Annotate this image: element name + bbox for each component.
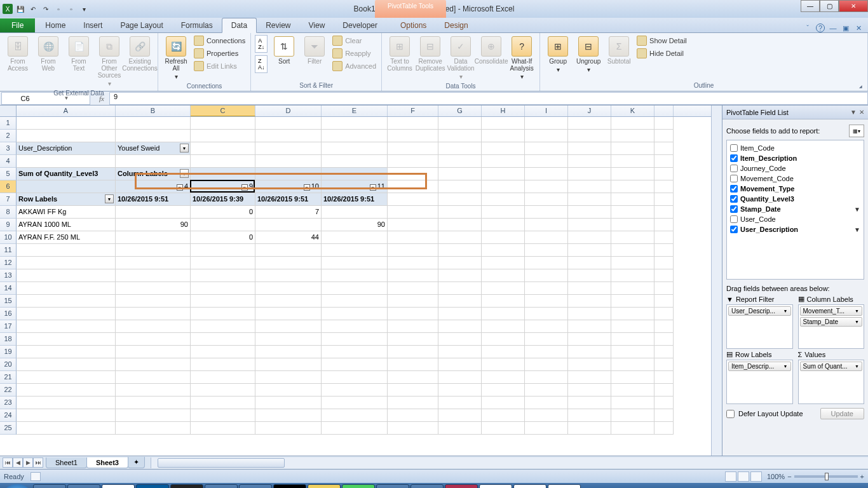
- cell[interactable]: [17, 180, 116, 193]
- connections-button[interactable]: Connections: [193, 35, 247, 46]
- zoom-out-icon[interactable]: −: [787, 473, 791, 480]
- cell[interactable]: [255, 117, 322, 130]
- row-header[interactable]: 10: [0, 231, 17, 244]
- cell[interactable]: [654, 371, 674, 384]
- cell[interactable]: [322, 231, 388, 244]
- cell[interactable]: [611, 384, 654, 396]
- cell[interactable]: [654, 142, 674, 155]
- pivot-dropdown-icon[interactable]: ▼: [180, 169, 189, 178]
- cell[interactable]: [255, 130, 322, 142]
- cell[interactable]: [654, 409, 674, 422]
- cell[interactable]: [388, 346, 438, 358]
- cell[interactable]: 90: [116, 219, 191, 231]
- formulas-tab[interactable]: Formulas: [172, 18, 222, 32]
- cell[interactable]: [116, 422, 191, 435]
- field-checkbox[interactable]: [730, 226, 738, 233]
- field-checkbox[interactable]: [730, 205, 738, 213]
- qat-icon-2[interactable]: ▫: [66, 4, 76, 14]
- cell[interactable]: [611, 308, 654, 320]
- cell[interactable]: [438, 295, 482, 308]
- field-item[interactable]: User_Code: [729, 214, 861, 224]
- cell[interactable]: [17, 257, 116, 269]
- cell[interactable]: [322, 117, 388, 130]
- cell[interactable]: [482, 320, 525, 333]
- cell[interactable]: [116, 257, 191, 269]
- cell[interactable]: Yousef Sweid▼: [116, 142, 191, 155]
- cell[interactable]: [17, 358, 116, 371]
- task-item[interactable]: ◐: [170, 484, 203, 488]
- cell[interactable]: [482, 180, 525, 193]
- task-item[interactable]: 📧: [205, 484, 238, 488]
- cell[interactable]: [654, 193, 674, 206]
- developer-tab[interactable]: Developer: [334, 18, 386, 32]
- cell[interactable]: [438, 180, 482, 193]
- workbook-restore-icon[interactable]: ▣: [841, 24, 850, 32]
- cell[interactable]: [654, 168, 674, 180]
- cell[interactable]: [611, 219, 654, 231]
- file-tab[interactable]: File: [0, 18, 35, 32]
- what-if-button[interactable]: ?What-If Analysis▾: [508, 35, 536, 81]
- pivot-pane-close-icon[interactable]: ✕: [859, 109, 864, 116]
- row-header[interactable]: 24: [0, 409, 17, 422]
- prev-sheet-icon[interactable]: ◀: [13, 458, 23, 468]
- clear-button[interactable]: Clear: [331, 35, 377, 46]
- cell[interactable]: [388, 257, 438, 269]
- area-field-chip[interactable]: User_Descrip...▼: [728, 306, 791, 316]
- cell[interactable]: [438, 358, 482, 371]
- cell[interactable]: −9: [191, 180, 255, 193]
- cell[interactable]: [611, 257, 654, 269]
- qat-icon-1[interactable]: ▫: [53, 4, 64, 14]
- cell[interactable]: [611, 358, 654, 371]
- options-tab[interactable]: Options: [391, 18, 435, 32]
- cell[interactable]: [611, 142, 654, 155]
- cell[interactable]: [568, 320, 611, 333]
- close-button[interactable]: ✕: [839, 0, 868, 12]
- cell[interactable]: [525, 358, 568, 371]
- row-header[interactable]: 3: [0, 142, 17, 155]
- field-list[interactable]: Item_CodeItem_DescriptionJourney_CodeMov…: [726, 140, 864, 280]
- cell[interactable]: [611, 168, 654, 180]
- cell[interactable]: 44: [255, 231, 322, 244]
- area-field-chip[interactable]: Movement_T...▼: [800, 306, 863, 316]
- cell[interactable]: [438, 282, 482, 295]
- cell[interactable]: [568, 384, 611, 396]
- cell[interactable]: AKKAWI FF Kg: [17, 206, 116, 219]
- properties-button[interactable]: Properties: [193, 48, 247, 59]
- cell[interactable]: 10/26/2015 9:51: [255, 193, 322, 206]
- row-header[interactable]: 20: [0, 358, 17, 371]
- cell[interactable]: [255, 358, 322, 371]
- cell[interactable]: [191, 142, 255, 155]
- column-labels-area[interactable]: Movement_T...▼Stamp_Date▼: [798, 304, 865, 349]
- cell[interactable]: [388, 308, 438, 320]
- task-item[interactable]: 📊: [548, 484, 581, 488]
- page-layout-view-icon[interactable]: [738, 471, 749, 482]
- cell[interactable]: [116, 282, 191, 295]
- cell[interactable]: [525, 295, 568, 308]
- cell[interactable]: [191, 257, 255, 269]
- cell[interactable]: [611, 422, 654, 435]
- cell[interactable]: [568, 358, 611, 371]
- cell[interactable]: [191, 358, 255, 371]
- select-all-corner[interactable]: [0, 105, 17, 116]
- cell[interactable]: [255, 257, 322, 269]
- edit-links-button[interactable]: Edit Links: [193, 60, 247, 72]
- save-icon[interactable]: 💾: [15, 4, 25, 14]
- cell[interactable]: [482, 333, 525, 346]
- cell[interactable]: [611, 117, 654, 130]
- field-item[interactable]: User_Description▼: [729, 224, 861, 234]
- cell[interactable]: [568, 333, 611, 346]
- collapse-icon[interactable]: −: [241, 184, 248, 191]
- cell[interactable]: [255, 346, 322, 358]
- cell[interactable]: [482, 155, 525, 168]
- cell[interactable]: [438, 231, 482, 244]
- cell[interactable]: [388, 168, 438, 180]
- cell[interactable]: [255, 308, 322, 320]
- help-icon[interactable]: ?: [816, 24, 825, 32]
- col-header[interactable]: [654, 105, 674, 116]
- cell[interactable]: [116, 244, 191, 257]
- cell[interactable]: [525, 333, 568, 346]
- cell[interactable]: [654, 346, 674, 358]
- cell[interactable]: [322, 371, 388, 384]
- col-header[interactable]: D: [255, 105, 322, 116]
- cell[interactable]: [568, 130, 611, 142]
